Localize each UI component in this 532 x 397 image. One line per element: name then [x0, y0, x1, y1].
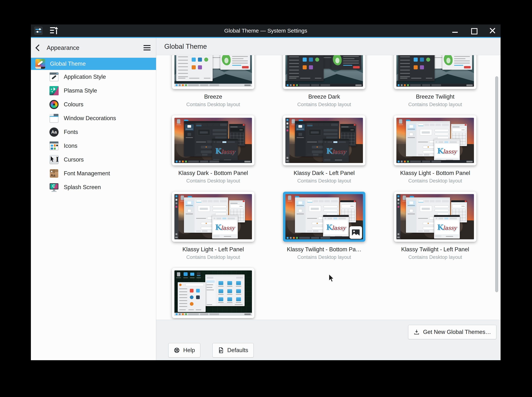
- theme-thumbnail-breeze[interactable]: [172, 55, 254, 89]
- fonts-icon: Aa: [49, 127, 59, 137]
- sidebar-item-label: Colours: [64, 101, 84, 108]
- theme-thumbnail-klassy-light-bottom[interactable]: Klassy: [394, 115, 476, 165]
- sidebar-item-splash-screen[interactable]: Splash Screen: [31, 180, 156, 194]
- theme-card-klassy-light-bottom: Klassy Klassy Light - Bottom PanelContai…: [380, 115, 491, 192]
- mini-taskbar: [174, 313, 252, 316]
- cursors-icon: I: [49, 155, 59, 165]
- system-settings-app-icon: [34, 26, 43, 35]
- sidebar-item-label: Splash Screen: [64, 184, 101, 191]
- theme-name: Klassy Twilight - Bottom Pa…: [287, 246, 362, 253]
- help-lifebuoy-icon: [174, 347, 180, 354]
- theme-name: Breeze: [204, 93, 222, 100]
- footer: Get New Global Themes… Help: [156, 320, 501, 360]
- theme-card-partial: [158, 268, 269, 320]
- mini-launcher: [178, 282, 206, 312]
- image-icon: [352, 230, 360, 236]
- sidebar-item-fonts[interactable]: AaFonts: [31, 125, 156, 139]
- get-new-global-themes-button[interactable]: Get New Global Themes…: [408, 325, 496, 339]
- theme-preview-art: Klassy: [285, 118, 363, 163]
- theme-subtitle: Contains Desktop layout: [408, 178, 462, 184]
- sidebar-item-font-management[interactable]: AaFont Management: [31, 167, 156, 180]
- mini-launcher: [287, 55, 324, 81]
- theme-preview-art: Klassy: [174, 118, 252, 163]
- back-icon[interactable]: [36, 44, 42, 51]
- theme-subtitle: Contains Desktop layout: [297, 178, 351, 184]
- theme-preview-art: Klassy: [396, 194, 474, 239]
- theme-thumbnail-klassy-dark-bottom[interactable]: Klassy: [172, 115, 254, 165]
- theme-grid: BreezeContains Desktop layout: [158, 55, 491, 320]
- theme-card-breeze-dark: Breeze DarkContains Desktop layout: [269, 55, 380, 115]
- theme-thumbnail-klassy-twilight-bottom[interactable]: Klassy: [283, 192, 365, 242]
- titlebar[interactable]: Global Theme — System Settings: [31, 25, 501, 37]
- mini-image-viewer-window: Klassy: [212, 215, 238, 239]
- mini-image-viewer-window: Klassy: [323, 139, 349, 162]
- theme-thumbnail-dark-desktop[interactable]: [172, 268, 254, 318]
- mini-image-viewer-window: Klassy: [434, 139, 460, 162]
- mini-launcher: [176, 55, 213, 81]
- help-button[interactable]: Help: [168, 343, 200, 357]
- sidebar-header: Appearance: [31, 38, 156, 58]
- theme-card-breeze: BreezeContains Desktop layout: [158, 55, 269, 115]
- theme-preview-art: [285, 55, 363, 87]
- global-theme-icon: [35, 59, 45, 69]
- maximize-button[interactable]: [471, 27, 477, 34]
- mini-taskbar: [174, 84, 252, 87]
- sidebar-item-label: Plasma Style: [64, 87, 97, 94]
- theme-name: Klassy Light - Left Panel: [182, 246, 244, 253]
- theme-preview-art: [396, 55, 474, 87]
- theme-name: Klassy Dark - Left Panel: [294, 170, 355, 176]
- close-button[interactable]: [489, 27, 496, 34]
- sidebar-item-plasma-style[interactable]: Plasma Style: [31, 84, 156, 98]
- show-menubar-icon[interactable]: [50, 27, 58, 35]
- theme-subtitle: Contains Desktop layout: [297, 102, 351, 107]
- mini-about-window: [220, 55, 250, 70]
- defaults-button[interactable]: Defaults: [212, 343, 254, 357]
- desktop-screen: Global Theme — System Settings Appearanc…: [0, 0, 532, 397]
- minimize-button[interactable]: [452, 27, 458, 34]
- font-management-icon: Aa: [49, 168, 59, 179]
- window-decorations-icon: [49, 113, 59, 123]
- sidebar-item-global-theme[interactable]: Global Theme: [31, 58, 156, 70]
- theme-subtitle: Contains Desktop layout: [408, 102, 462, 107]
- page-title: Global Theme: [164, 43, 207, 50]
- sidebar-item-application-style[interactable]: Application Style: [31, 70, 156, 84]
- splash-screen-icon: [49, 182, 59, 192]
- sidebar-item-colours[interactable]: Colours: [31, 98, 156, 111]
- theme-thumbnail-breeze-dark[interactable]: [283, 55, 365, 89]
- sidebar: Appearance Global ThemeApplication Style…: [31, 38, 156, 360]
- mini-about-window: [331, 55, 361, 70]
- mini-about-window: [442, 55, 472, 70]
- theme-name: Klassy Light - Bottom Panel: [400, 170, 470, 176]
- theme-card-breeze-twilight: Breeze TwilightContains Desktop layout: [380, 55, 491, 115]
- download-icon: [413, 329, 420, 335]
- mini-left-panel: [285, 118, 290, 163]
- theme-thumbnail-klassy-dark-left[interactable]: Klassy: [283, 115, 365, 165]
- theme-thumbnail-breeze-twilight[interactable]: [394, 55, 476, 89]
- sidebar-item-icons[interactable]: Icons: [31, 139, 156, 153]
- theme-subtitle: Contains Desktop layout: [186, 254, 240, 260]
- theme-preview-art: Klassy: [396, 118, 474, 163]
- sidebar-item-window-decorations[interactable]: Window Decorations: [31, 111, 156, 125]
- theme-subtitle: Contains Desktop layout: [408, 254, 462, 260]
- theme-subtitle: Contains Desktop layout: [186, 102, 240, 107]
- sidebar-item-label: Application Style: [64, 74, 106, 80]
- sidebar-item-label: Cursors: [64, 156, 84, 163]
- sidebar-item-cursors[interactable]: ICursors: [31, 153, 156, 167]
- preview-image-button[interactable]: [350, 226, 362, 239]
- mini-taskbar: [396, 84, 474, 87]
- theme-thumbnail-klassy-light-left[interactable]: Klassy: [172, 192, 254, 242]
- scrollbar-thumb[interactable]: [495, 76, 498, 292]
- theme-thumbnail-klassy-twilight-left[interactable]: Klassy: [394, 192, 476, 242]
- theme-name: Breeze Dark: [308, 93, 340, 100]
- theme-preview-art: [174, 270, 252, 316]
- mouse-cursor: [328, 274, 336, 283]
- content-header: Global Theme: [156, 38, 501, 55]
- mini-taskbar: [396, 160, 474, 163]
- sidebar-list: Global ThemeApplication StylePlasma Styl…: [31, 58, 156, 194]
- window-title: Global Theme — System Settings: [224, 28, 307, 34]
- mini-image-viewer-window: Klassy: [323, 215, 349, 239]
- sidebar-header-label: Appearance: [47, 44, 144, 51]
- sidebar-item-label: Global Theme: [50, 61, 86, 67]
- content-pane: Global Theme: [156, 38, 501, 360]
- hamburger-menu-icon[interactable]: [144, 45, 151, 51]
